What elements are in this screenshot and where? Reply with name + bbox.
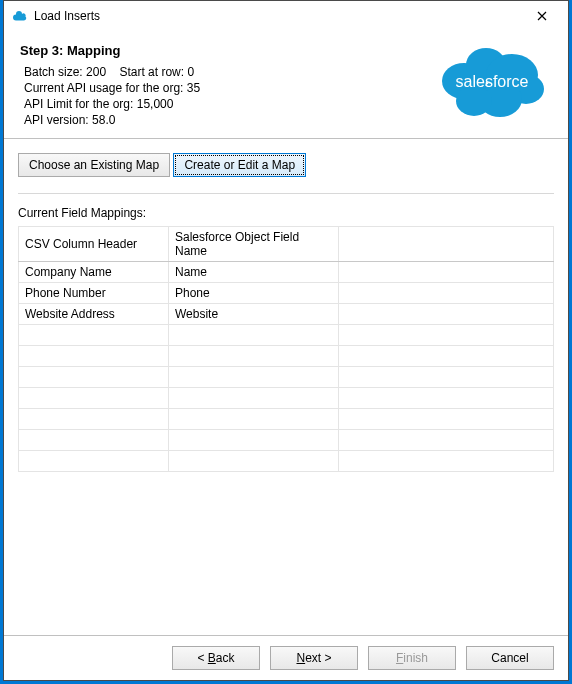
next-button[interactable]: Next > <box>270 646 358 670</box>
batch-size-label: Batch size: <box>24 65 83 79</box>
cell-extra[interactable] <box>339 451 554 472</box>
cell-sf[interactable] <box>169 325 339 346</box>
cell-csv[interactable] <box>19 325 169 346</box>
cell-csv[interactable]: Phone Number <box>19 283 169 304</box>
api-usage-value: 35 <box>187 81 200 95</box>
start-row-value: 0 <box>187 65 194 79</box>
table-row[interactable]: Website AddressWebsite <box>19 304 554 325</box>
start-row-label: Start at row: <box>119 65 184 79</box>
back-button[interactable]: < Back <box>172 646 260 670</box>
titlebar: Load Inserts <box>4 1 568 31</box>
table-row[interactable] <box>19 409 554 430</box>
cell-sf[interactable] <box>169 430 339 451</box>
cell-extra[interactable] <box>339 430 554 451</box>
cell-sf[interactable]: Website <box>169 304 339 325</box>
api-version-value: 58.0 <box>92 113 115 127</box>
table-row[interactable] <box>19 388 554 409</box>
cell-csv[interactable] <box>19 388 169 409</box>
cell-sf[interactable]: Phone <box>169 283 339 304</box>
cell-extra[interactable] <box>339 262 554 283</box>
wizard-footer: < Back Next > Finish Cancel <box>4 635 568 680</box>
salesforce-logo-text: salesforce <box>456 73 529 90</box>
table-row[interactable] <box>19 367 554 388</box>
wizard-body: Choose an Existing Map Create or Edit a … <box>4 139 568 635</box>
cell-extra[interactable] <box>339 346 554 367</box>
close-button[interactable] <box>522 2 562 30</box>
cell-csv[interactable]: Website Address <box>19 304 169 325</box>
salesforce-logo: salesforce <box>430 39 550 126</box>
table-row[interactable] <box>19 346 554 367</box>
finish-button: Finish <box>368 646 456 670</box>
cell-extra[interactable] <box>339 304 554 325</box>
col-sf-header[interactable]: Salesforce Object Field Name <box>169 227 339 262</box>
table-row[interactable]: Phone NumberPhone <box>19 283 554 304</box>
cell-sf[interactable]: Name <box>169 262 339 283</box>
cell-sf[interactable] <box>169 367 339 388</box>
cell-extra[interactable] <box>339 388 554 409</box>
cell-csv[interactable] <box>19 409 169 430</box>
map-button-row: Choose an Existing Map Create or Edit a … <box>18 153 554 177</box>
cell-csv[interactable] <box>19 451 169 472</box>
table-row[interactable]: Company NameName <box>19 262 554 283</box>
cloud-icon <box>12 10 28 22</box>
cell-extra[interactable] <box>339 367 554 388</box>
cell-csv[interactable] <box>19 346 169 367</box>
body-divider <box>18 193 554 194</box>
create-edit-map-button[interactable]: Create or Edit a Map <box>173 153 306 177</box>
cell-csv[interactable]: Company Name <box>19 262 169 283</box>
current-mappings-label: Current Field Mappings: <box>18 206 554 220</box>
cell-csv[interactable] <box>19 367 169 388</box>
cell-sf[interactable] <box>169 409 339 430</box>
cell-extra[interactable] <box>339 409 554 430</box>
cell-sf[interactable] <box>169 346 339 367</box>
cancel-button[interactable]: Cancel <box>466 646 554 670</box>
dialog-window: Load Inserts Step 3: Mapping Batch size:… <box>3 0 569 681</box>
cell-sf[interactable] <box>169 388 339 409</box>
api-limit-value: 15,000 <box>137 97 174 111</box>
api-limit-label: API Limit for the org: <box>24 97 133 111</box>
table-header-row: CSV Column Header Salesforce Object Fiel… <box>19 227 554 262</box>
window-title: Load Inserts <box>34 9 522 23</box>
api-version-label: API version: <box>24 113 89 127</box>
cell-extra[interactable] <box>339 283 554 304</box>
batch-size-value: 200 <box>86 65 106 79</box>
col-csv-header[interactable]: CSV Column Header <box>19 227 169 262</box>
cell-extra[interactable] <box>339 325 554 346</box>
col-extra-header[interactable] <box>339 227 554 262</box>
wizard-header: Step 3: Mapping Batch size: 200 Start at… <box>4 31 568 138</box>
cell-sf[interactable] <box>169 451 339 472</box>
choose-existing-map-button[interactable]: Choose an Existing Map <box>18 153 170 177</box>
mappings-table: CSV Column Header Salesforce Object Fiel… <box>18 226 554 472</box>
table-row[interactable] <box>19 430 554 451</box>
cell-csv[interactable] <box>19 430 169 451</box>
svg-point-5 <box>456 86 492 116</box>
table-row[interactable] <box>19 325 554 346</box>
table-row[interactable] <box>19 451 554 472</box>
api-usage-label: Current API usage for the org: <box>24 81 183 95</box>
